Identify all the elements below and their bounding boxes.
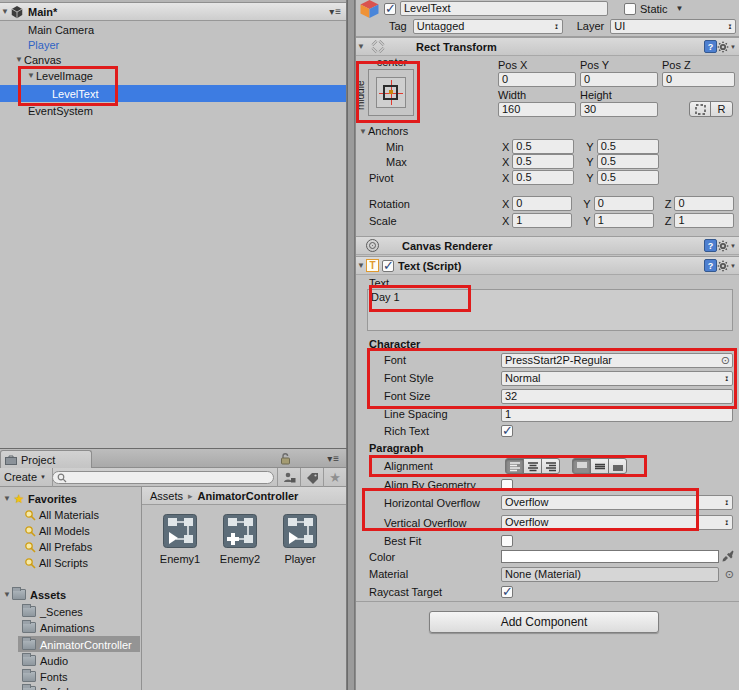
rotation-x-field[interactable]: 0 [512, 196, 572, 211]
align-by-geometry-checkbox[interactable] [501, 479, 513, 491]
name-field[interactable]: LevelText [400, 1, 608, 16]
align-lower-button[interactable] [608, 458, 627, 474]
tree-fonts[interactable]: Fonts [22, 669, 68, 684]
breadcrumb-current[interactable]: AnimatorController [198, 490, 299, 502]
search-by-type-button[interactable] [277, 468, 300, 487]
hierarchy-item-main-camera[interactable]: Main Camera [28, 22, 94, 37]
asset-enemy1[interactable]: Enemy1 [152, 514, 208, 565]
raw-edit-mode-button[interactable]: R [710, 101, 733, 117]
pivot-x-field[interactable]: 0.5 [512, 170, 574, 185]
rotation-z-field[interactable]: 0 [674, 196, 734, 211]
tree-animatorcontroller-selected[interactable]: AnimatorController [18, 636, 140, 652]
create-button[interactable]: Create▼ [0, 468, 53, 487]
canvas-renderer-header[interactable]: Canvas Renderer ▼ [356, 236, 739, 255]
tree-all-scripts[interactable]: All Scripts [24, 555, 88, 570]
pos-z-field[interactable]: 0 [662, 72, 735, 87]
rich-text-checkbox[interactable] [501, 425, 513, 437]
object-picker-icon[interactable]: ⊙ [721, 354, 730, 367]
vertical-overflow-dropdown[interactable]: Overflow [501, 515, 733, 530]
gear-icon[interactable]: ▼ [717, 41, 736, 53]
help-icon[interactable] [704, 259, 717, 272]
anchor-preset-widget[interactable] [368, 69, 414, 116]
help-icon[interactable] [704, 40, 717, 53]
material-object-field[interactable]: None (Material) [501, 567, 719, 582]
anchors-max-y-field[interactable]: 0.5 [597, 154, 659, 169]
add-component-button[interactable]: Add Component [429, 611, 659, 633]
scene-header-row[interactable]: ▼ Main* ▾≡ [0, 3, 346, 21]
hierarchy-item-canvas[interactable]: ▼Canvas [14, 52, 61, 67]
foldout-icon[interactable]: ▼ [356, 42, 366, 51]
foldout-icon[interactable]: ▼ [14, 55, 24, 64]
context-menu-icon[interactable]: ▾≡ [329, 6, 342, 17]
width-field[interactable]: 160 [498, 102, 576, 117]
scale-y-field[interactable]: 1 [594, 213, 654, 228]
text-script-header[interactable]: ▼ Text (Script) ▼ [356, 256, 739, 275]
raycast-target-checkbox[interactable] [501, 586, 513, 598]
anchors-min-x-field[interactable]: 0.5 [512, 139, 574, 154]
static-dropdown-icon[interactable]: ▼ [676, 4, 684, 13]
lock-icon[interactable] [280, 453, 291, 465]
tree-scenes[interactable]: _Scenes [22, 604, 83, 619]
search-by-label-button[interactable] [300, 468, 323, 487]
align-upper-button[interactable] [572, 458, 591, 474]
hierarchy-item-levelimage[interactable]: ▼LevelImage [26, 68, 93, 83]
hierarchy-item-eventsystem[interactable]: EventSystem [28, 103, 93, 118]
tree-animations[interactable]: Animations [22, 620, 94, 635]
layer-dropdown[interactable]: UI [610, 19, 736, 34]
text-value-area[interactable]: Day 1 [367, 289, 733, 331]
static-checkbox[interactable] [624, 3, 636, 15]
foldout-icon[interactable]: ▼ [26, 71, 36, 80]
anchors-max-x-field[interactable]: 0.5 [512, 154, 574, 169]
tree-all-prefabs[interactable]: All Prefabs [24, 539, 92, 554]
asset-player[interactable]: Player [272, 514, 328, 565]
gear-icon[interactable]: ▼ [717, 240, 736, 252]
line-spacing-field[interactable]: 1 [501, 407, 733, 422]
anchors-min-y-field[interactable]: 0.5 [597, 139, 659, 154]
help-icon[interactable] [704, 239, 717, 252]
font-object-field[interactable]: PressStart2P-Regular ⊙ [501, 353, 733, 368]
foldout-icon[interactable]: ▼ [358, 127, 368, 136]
tree-all-materials[interactable]: All Materials [24, 507, 99, 522]
pos-x-field[interactable]: 0 [498, 72, 576, 87]
tree-prefabs[interactable]: Prefabs [22, 684, 78, 690]
tree-favorites[interactable]: ▼ ★ Favorites [2, 491, 77, 506]
horizontal-overflow-dropdown[interactable]: Overflow [501, 495, 733, 510]
component-enabled-checkbox[interactable] [382, 260, 394, 272]
tree-audio[interactable]: Audio [22, 653, 68, 668]
hierarchy-item-player[interactable]: Player [28, 37, 59, 52]
scale-z-field[interactable]: 1 [674, 213, 734, 228]
tag-dropdown[interactable]: Untagged [413, 19, 563, 34]
align-left-button[interactable] [505, 458, 524, 474]
align-middle-button[interactable] [590, 458, 609, 474]
gear-icon[interactable]: ▼ [717, 260, 736, 272]
foldout-icon[interactable]: ▼ [2, 494, 12, 503]
pivot-y-field[interactable]: 0.5 [597, 170, 659, 185]
align-right-button[interactable] [541, 458, 560, 474]
active-checkbox[interactable] [384, 3, 396, 15]
object-picker-icon[interactable]: ⊙ [725, 568, 734, 581]
blueprint-mode-button[interactable] [689, 101, 712, 117]
color-swatch[interactable] [501, 550, 719, 563]
breadcrumb-root[interactable]: Assets [150, 490, 183, 502]
pos-y-field[interactable]: 0 [580, 72, 658, 87]
tree-assets[interactable]: ▼ Assets [2, 587, 66, 602]
anchors-foldout[interactable]: ▼ Anchors [358, 124, 408, 138]
favorite-star-button[interactable]: ★ [323, 468, 346, 487]
tab-project[interactable]: Project [0, 450, 92, 468]
rotation-y-field[interactable]: 0 [594, 196, 654, 211]
foldout-icon[interactable]: ▼ [2, 590, 12, 599]
asset-enemy2[interactable]: Enemy2 [212, 514, 268, 565]
tree-all-models[interactable]: All Models [24, 523, 90, 538]
foldout-icon[interactable]: ▼ [356, 261, 366, 270]
align-center-button[interactable] [523, 458, 542, 474]
font-size-field[interactable]: 32 [501, 389, 733, 404]
hierarchy-item-leveltext-selected[interactable]: LevelText [0, 85, 346, 102]
panel-divider[interactable] [348, 0, 355, 690]
best-fit-checkbox[interactable] [501, 535, 513, 547]
foldout-icon[interactable]: ▼ [0, 7, 10, 16]
rect-transform-header[interactable]: ▼ Rect Transform ▼ [356, 37, 739, 56]
search-input[interactable] [52, 471, 274, 484]
height-field[interactable]: 30 [580, 102, 658, 117]
eyedropper-icon[interactable] [722, 550, 735, 563]
font-style-dropdown[interactable]: Normal [501, 371, 733, 386]
